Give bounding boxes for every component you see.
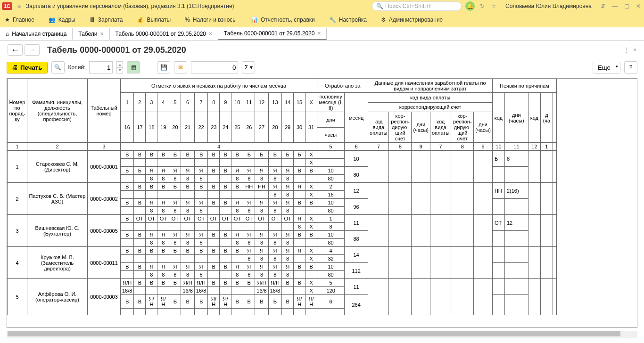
save-button[interactable]: 💾 — [157, 61, 170, 74]
star-icon[interactable]: ☆ — [490, 3, 498, 9]
tab-2[interactable]: Табель 0000-000001 от 29.05.2020× — [110, 28, 218, 40]
menu-taxes[interactable]: %Налоги и взносы — [185, 16, 237, 23]
copies-input[interactable] — [89, 61, 113, 74]
tab-1[interactable]: Табели× — [73, 28, 109, 40]
nav-forward[interactable]: → — [25, 44, 40, 56]
select-button[interactable]: ▦ — [127, 61, 140, 74]
page-title: Табель 0000-000001 от 29.05.2020 — [47, 45, 186, 55]
main-menu: ★Главное 👥Кадры 🖩Зарплата 💰Выплаты %Нало… — [0, 12, 644, 27]
sum-button[interactable]: Σ ▾ — [242, 61, 255, 74]
menu-icon[interactable]: ≡ — [16, 3, 22, 9]
history-icon[interactable]: ↻ — [479, 3, 486, 9]
bell-icon[interactable]: 🔔 — [465, 1, 475, 11]
close-page-icon[interactable]: × — [633, 47, 636, 53]
close-icon[interactable]: × — [209, 31, 212, 37]
app-title: Зарплата и управление персоналом (базова… — [26, 3, 234, 9]
menu-reports[interactable]: 📊Отчетность, справки — [251, 16, 315, 23]
menu-personnel[interactable]: 👥Кадры — [49, 16, 75, 23]
more-actions-icon[interactable]: ⋮ — [624, 47, 629, 53]
email-button[interactable]: ✉ — [174, 61, 187, 74]
print-button[interactable]: 🖨Печать — [7, 62, 48, 74]
scrollbar-h[interactable] — [7, 331, 637, 338]
user-name: Соловьева Юлия Владимировна — [505, 3, 592, 9]
copies-spinner[interactable]: ▲▼ — [116, 61, 123, 74]
nav-back[interactable]: ← — [8, 44, 23, 56]
preview-button[interactable]: 🔍 — [51, 61, 65, 74]
sum-input[interactable] — [191, 61, 238, 74]
help-button[interactable]: ? — [624, 61, 637, 74]
logo-1c: 1C — [2, 2, 12, 10]
search-icon: 🔍 — [376, 3, 383, 9]
menu-admin[interactable]: ⚙Администрирование — [381, 16, 443, 23]
menu-settings[interactable]: 🔧Настройка — [329, 16, 367, 23]
maximize-icon[interactable]: ▢ — [623, 3, 631, 9]
search-input[interactable]: 🔍 Поиск Ctrl+Shift+F — [372, 1, 462, 11]
sheet-container[interactable]: Номер по поряд-куФамилия, инициалы, долж… — [7, 78, 637, 328]
close-icon[interactable]: ✕ — [635, 3, 642, 9]
close-icon[interactable]: × — [317, 30, 321, 37]
menu-home[interactable]: ★Главное — [5, 16, 34, 23]
more-button[interactable]: Еще — [593, 62, 620, 74]
close-icon[interactable]: × — [100, 31, 104, 37]
filter-icon[interactable]: ⇵ — [599, 3, 607, 9]
menu-salary[interactable]: 🖩Зарплата — [90, 16, 123, 23]
menu-payments[interactable]: 💰Выплаты — [137, 16, 171, 23]
tab-home[interactable]: ⌂Начальная страница — [0, 28, 73, 40]
tab-3[interactable]: Табель 0000-000001 от 29.05.2020× — [218, 28, 327, 40]
minimize-icon[interactable]: — — [611, 3, 619, 9]
copies-label: Копий: — [68, 64, 86, 71]
